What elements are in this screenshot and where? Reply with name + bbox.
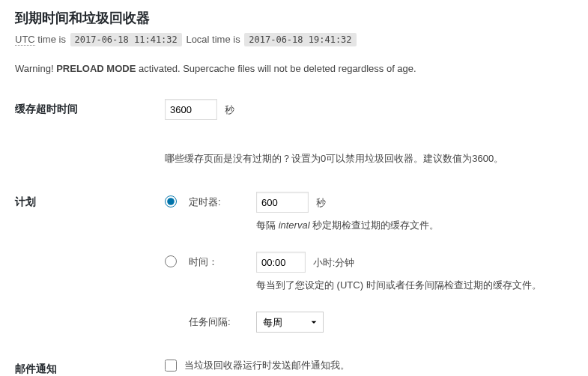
schedule-interval-label: 任务间隔: xyxy=(189,312,256,329)
cache-timeout-input[interactable] xyxy=(165,99,217,120)
email-notify-text[interactable]: 当垃圾回收器运行时发送邮件通知我。 xyxy=(184,360,350,371)
cache-timeout-desc: 哪些缓存页面是没有过期的？设置为0可以禁用垃圾回收器。建议数值为3600。 xyxy=(165,152,566,166)
section-heading: 到期时间和垃圾回收器 xyxy=(15,0,573,33)
schedule-timer-unit: 秒 xyxy=(316,197,326,208)
schedule-clock-input[interactable] xyxy=(256,252,306,273)
cache-timeout-label: 缓存超时时间 xyxy=(15,88,165,135)
schedule-interval-select[interactable]: 每周 xyxy=(256,312,324,333)
cache-timeout-unit: 秒 xyxy=(225,104,234,115)
schedule-interval-block: 任务间隔: 每周 xyxy=(165,312,566,333)
preload-warning: Warning! PRELOAD MODE activated. Superca… xyxy=(15,52,573,88)
schedule-timer-desc-ital: interval xyxy=(279,219,310,231)
schedule-clock-block: 时间： 小时:分钟 每当到了您设定的 (UTC) 时间或者任务间隔检查过期的缓存… xyxy=(165,252,566,292)
schedule-timer-input[interactable] xyxy=(256,192,309,213)
utc-time-value: 2017-06-18 11:41:32 xyxy=(70,33,182,46)
email-notify-checkbox[interactable] xyxy=(165,360,177,372)
schedule-timer-desc-pre: 每隔 xyxy=(256,219,279,231)
local-time-text: Local time is xyxy=(184,34,243,45)
schedule-timer-radio[interactable] xyxy=(165,195,177,207)
schedule-timer-label: 定时器: xyxy=(189,192,256,209)
warning-mode: PRELOAD MODE xyxy=(56,63,136,74)
email-notify-label: 邮件通知 xyxy=(15,348,165,376)
schedule-clock-desc: 每当到了您设定的 (UTC) 时间或者任务间隔检查过期的缓存文件。 xyxy=(256,279,566,292)
warning-prefix: Warning! xyxy=(15,63,56,74)
time-info-row: UTC time is 2017-06-18 11:41:32 Local ti… xyxy=(15,33,573,52)
utc-abbr: UTC xyxy=(15,34,35,46)
schedule-timer-desc-post: 秒定期检查过期的缓存文件。 xyxy=(310,219,440,231)
schedule-label: 计划 xyxy=(15,181,165,348)
schedule-clock-radio[interactable] xyxy=(165,255,177,267)
schedule-timer-desc: 每隔 interval 秒定期检查过期的缓存文件。 xyxy=(256,219,566,232)
warning-suffix: activated. Supercache files will not be … xyxy=(136,63,416,74)
schedule-clock-unit: 小时:分钟 xyxy=(313,257,355,268)
schedule-timer-block: 定时器: 秒 每隔 interval 秒定期检查过期的缓存文件。 xyxy=(165,192,566,232)
schedule-clock-label: 时间： xyxy=(189,252,256,269)
local-time-value: 2017-06-18 19:41:32 xyxy=(244,33,356,46)
utc-time-text: time is xyxy=(35,34,69,45)
